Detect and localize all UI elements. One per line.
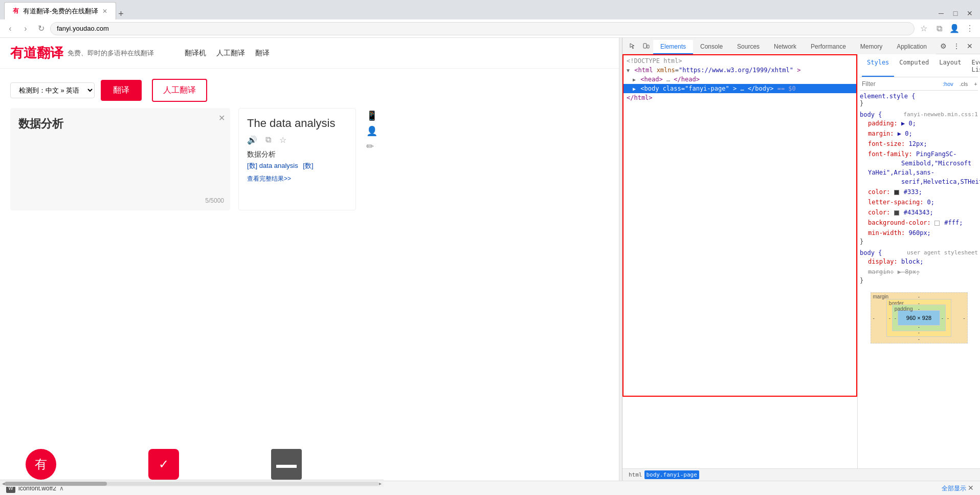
tab-security[interactable]: Security <box>934 40 936 54</box>
styles-filter-input[interactable] <box>862 80 939 88</box>
yd-nav: 翻译机 人工翻译 翻译 <box>185 49 270 58</box>
filter-cls-btn[interactable]: .cls <box>957 80 970 88</box>
dict-more-link[interactable]: 查看完整结果>> <box>247 175 291 182</box>
dict-link-2[interactable]: [数] <box>303 162 313 169</box>
element-style-rule: element.style { } <box>860 93 978 107</box>
yd-logo: 有道翻译 免费、即时的多语种在线翻译 <box>10 44 154 62</box>
devtools-tabs: Elements Console Sources Network Perform… <box>653 38 936 54</box>
body-node[interactable]: ▶ <body class="fanyi-page" > … </body> =… <box>622 84 857 93</box>
new-tab-icon[interactable]: + <box>118 9 124 19</box>
padding-label: padding <box>895 306 913 312</box>
output-box: The data analysis 🔊 ⧉ ☆ 数据分析 [数] data an… <box>238 108 356 210</box>
sound-icon[interactable]: 🔊 <box>247 135 257 145</box>
user-btn[interactable]: 👤 <box>948 23 961 35</box>
style-prop-color1: color: #333; <box>860 187 978 197</box>
tab-sources[interactable]: Sources <box>730 40 767 54</box>
h-scrollbar: ◂ ▸ <box>0 480 384 481</box>
char-count: 5/5000 <box>205 197 224 204</box>
style-tab-event-listeners[interactable]: Event Listeners <box>967 56 980 77</box>
style-tab-computed[interactable]: Computed <box>894 56 934 77</box>
body-rule-2: body { user agent stylesheet display: bl… <box>860 249 978 284</box>
forward-btn[interactable]: › <box>19 23 32 35</box>
style-tab-styles[interactable]: Styles <box>862 56 894 77</box>
close-bottom-btn[interactable]: ✕ <box>968 484 974 492</box>
lang-selector[interactable]: 检测到：中文 » 英语 <box>10 82 95 98</box>
tab-performance[interactable]: Performance <box>804 40 853 54</box>
tab-bar: 有 有道翻译-免费的在线翻译 ✕ + ─ □ ✕ <box>0 0 980 19</box>
nav-translate[interactable]: 翻译 <box>255 49 270 58</box>
tab-favicon: 有 <box>13 7 19 15</box>
doctype-node[interactable]: <!DOCTYPE html> <box>622 56 857 66</box>
dict-link-1[interactable]: [数] data analysis <box>247 162 298 169</box>
mobile-icon[interactable]: 📱 <box>366 110 377 121</box>
copy-icon[interactable]: ⧉ <box>265 135 271 145</box>
input-close-btn[interactable]: ✕ <box>218 113 225 123</box>
nav-translate-machine[interactable]: 翻译机 <box>185 49 206 58</box>
icon1: 有 <box>26 449 56 480</box>
tab-close-icon[interactable]: ✕ <box>102 8 107 15</box>
tab-application[interactable]: Application <box>889 40 934 54</box>
box-model: margin - - - - border - - - - <box>871 292 968 374</box>
filter-hov-btn[interactable]: :hov <box>941 80 955 88</box>
extensions-btn[interactable]: ⧉ <box>933 23 945 35</box>
element-style-close: } <box>860 100 863 107</box>
back-btn[interactable]: ‹ <box>4 23 16 35</box>
devtools-breadcrumb: html body.fanyi-page <box>622 468 980 481</box>
browser-frame: 有 有道翻译-免费的在线翻译 ✕ + ─ □ ✕ ‹ › ↻ ☆ ⧉ 👤 ⋮ 有… <box>0 0 980 495</box>
manual-translate-button[interactable]: 人工翻译 <box>152 79 207 102</box>
devtools-panel: Elements Console Sources Network Perform… <box>622 38 980 481</box>
style-prop-minwidth: min-width: 960px; <box>860 228 978 238</box>
address-bar[interactable] <box>50 22 915 35</box>
star-icon[interactable]: ☆ <box>279 135 286 145</box>
bookmark-btn[interactable]: ☆ <box>918 23 930 35</box>
translate-button[interactable]: 翻译 <box>101 80 142 101</box>
body-selector-2: body { <box>860 249 882 256</box>
menu-btn[interactable]: ⋮ <box>964 23 976 35</box>
minimize-btn[interactable]: ─ <box>935 7 947 19</box>
box-content: 960 × 928 <box>898 310 940 326</box>
html-close-node[interactable]: </html> <box>622 93 857 102</box>
bc-body[interactable]: body.fanyi-page <box>644 470 699 479</box>
html-node[interactable]: ▼ <html xmlns="https://www.w3.org/1999/x… <box>622 66 857 75</box>
yd-header: 有道翻译 免费、即时的多语种在线翻译 翻译机 人工翻译 翻译 <box>0 38 619 69</box>
dict-source: 数据分析 <box>247 150 347 159</box>
show-all-btn[interactable]: 全部显示 <box>942 484 966 493</box>
refresh-btn[interactable]: ↻ <box>35 23 47 35</box>
color-swatch-fff <box>934 221 940 226</box>
nav-human-translate[interactable]: 人工翻译 <box>216 49 245 58</box>
devtools-close-btn[interactable]: ✕ <box>964 40 976 52</box>
controls-row: 检测到：中文 » 英语 翻译 人工翻译 <box>10 79 609 102</box>
nav-bar: ‹ › ↻ ☆ ⧉ 👤 ⋮ <box>0 19 980 38</box>
maximize-btn[interactable]: □ <box>949 7 962 19</box>
devtools-more-btn[interactable]: ⋮ <box>950 40 963 52</box>
bc-html[interactable]: html <box>627 470 644 479</box>
browser-tab[interactable]: 有 有道翻译-免费的在线翻译 ✕ <box>4 2 116 19</box>
device-toggle-btn[interactable] <box>640 40 652 52</box>
devtools-settings-btn[interactable]: ⚙ <box>937 40 949 52</box>
select-element-btn[interactable] <box>627 40 639 52</box>
input-text[interactable]: 数据分析 <box>18 116 222 132</box>
icon3: ▬▬ <box>271 449 302 480</box>
styles-subtabs: Styles Computed Layout Event Listeners » <box>860 56 978 77</box>
filter-plus-btn[interactable]: + <box>972 80 979 88</box>
edit-icon[interactable]: ✏ <box>366 141 377 152</box>
tab-network[interactable]: Network <box>767 40 804 54</box>
color-swatch-333 <box>894 190 899 195</box>
padding-top: - <box>918 306 920 312</box>
padding-left: - <box>895 315 896 321</box>
yd-body: 检测到：中文 » 英语 翻译 人工翻译 ✕ 数据分析 5/5000 The <box>0 69 619 481</box>
close-browser-btn[interactable]: ✕ <box>964 7 976 19</box>
style-prop-color2: color: #434343; <box>860 207 978 218</box>
tab-console[interactable]: Console <box>693 40 730 54</box>
svg-rect-1 <box>647 45 649 48</box>
user-circle-icon[interactable]: 👤 <box>366 125 377 137</box>
body-rule2-close: } <box>860 277 863 284</box>
head-node[interactable]: ▶ <head> … </head> <box>622 75 857 84</box>
margin-left: - <box>873 315 875 321</box>
tab-elements[interactable]: Elements <box>653 40 693 54</box>
icon2: ✓ <box>148 449 179 480</box>
element-style-selector: element.style { <box>860 93 915 100</box>
tab-memory[interactable]: Memory <box>853 40 889 54</box>
translate-area: ✕ 数据分析 5/5000 The data analysis 🔊 ⧉ ☆ <box>10 108 609 210</box>
style-tab-layout[interactable]: Layout <box>934 56 966 77</box>
